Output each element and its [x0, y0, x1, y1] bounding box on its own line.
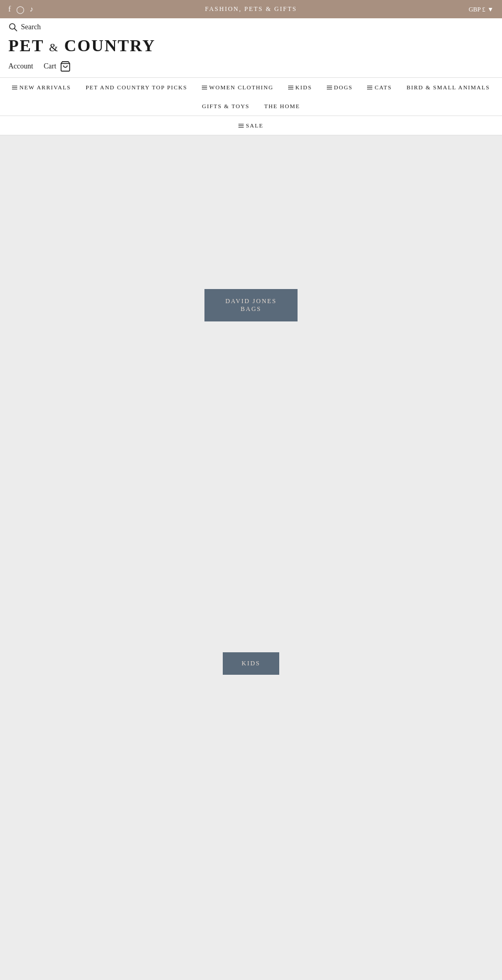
- cart-icon: [60, 61, 71, 72]
- lines-icon: [238, 124, 244, 128]
- nav-birds[interactable]: BIRD & SMALL ANIMALS: [399, 78, 497, 97]
- svg-line-1: [15, 29, 17, 31]
- nav-top-picks[interactable]: PET AND COUNTRY TOP PICKS: [78, 78, 195, 97]
- lines-icon: [288, 86, 293, 89]
- site-header: Search PET & COUNTRY Account Cart: [0, 18, 502, 77]
- nav-gifts[interactable]: GIFTS & TOYS: [195, 97, 257, 116]
- hero-section-1: DAVID JONESBAGS: [0, 135, 502, 475]
- nav-new-arrivals[interactable]: NEW ARRIVALS: [5, 78, 78, 97]
- hero-section-3: [0, 851, 502, 980]
- header-top-row: Search: [8, 22, 494, 34]
- instagram-icon[interactable]: ◯: [16, 5, 25, 14]
- svg-point-0: [9, 24, 15, 29]
- logo[interactable]: PET & COUNTRY: [8, 34, 494, 57]
- social-icons[interactable]: f ◯ ♪: [8, 5, 33, 14]
- nav-row2: SALE: [0, 116, 502, 135]
- currency-selector[interactable]: GBP £ ▼: [469, 5, 494, 13]
- search-label[interactable]: Search: [21, 23, 41, 31]
- lines-icon: [367, 86, 372, 89]
- nav-cats[interactable]: CATS: [360, 78, 399, 97]
- david-jones-bags-button[interactable]: DAVID JONESBAGS: [204, 289, 298, 321]
- tagline: FASHION, PETS & GIFTS: [0, 5, 502, 13]
- top-bar: f ◯ ♪ FASHION, PETS & GIFTS GBP £ ▼: [0, 0, 502, 18]
- search-icon: [8, 22, 18, 32]
- kids-button[interactable]: KIDS: [223, 652, 279, 675]
- hero-section-2: KIDS: [0, 475, 502, 851]
- tiktok-icon[interactable]: ♪: [30, 5, 33, 14]
- lines-icon: [12, 86, 17, 89]
- nav-sale[interactable]: SALE: [231, 116, 271, 135]
- chevron-down-icon: ▼: [487, 5, 494, 13]
- logo-text: PET & COUNTRY: [8, 36, 155, 55]
- main-nav: NEW ARRIVALS PET AND COUNTRY TOP PICKS W…: [0, 77, 502, 116]
- nav-home[interactable]: THE HOME: [257, 97, 307, 116]
- cart-label[interactable]: Cart: [43, 62, 56, 71]
- search-area[interactable]: Search: [8, 22, 41, 32]
- facebook-icon[interactable]: f: [8, 5, 11, 14]
- nav-dogs[interactable]: DOGS: [320, 78, 360, 97]
- account-link[interactable]: Account: [8, 62, 33, 71]
- nav-kids[interactable]: KIDS: [281, 78, 320, 97]
- lines-icon: [202, 86, 207, 89]
- nav-women-clothing[interactable]: WOMEN CLOTHING: [195, 78, 281, 97]
- cart-area[interactable]: Cart: [43, 61, 71, 72]
- lines-icon: [327, 86, 332, 89]
